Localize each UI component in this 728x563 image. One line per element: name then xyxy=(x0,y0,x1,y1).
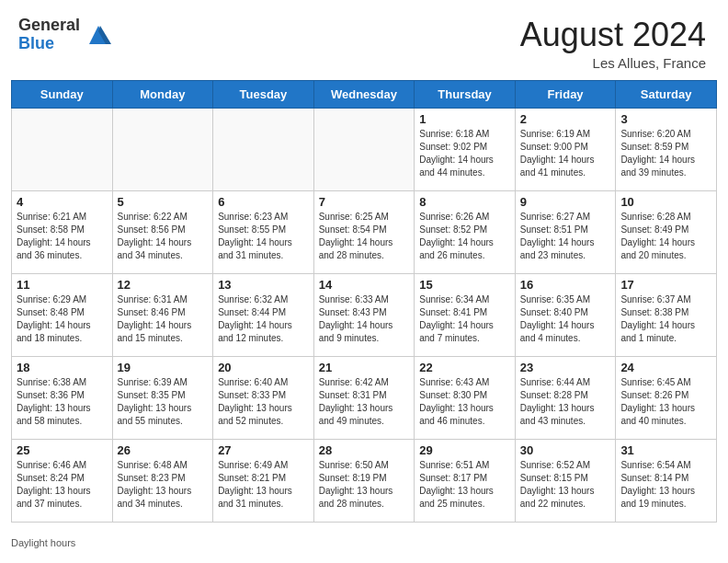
footer: Daylight hours xyxy=(0,534,728,554)
day-header-wednesday: Wednesday xyxy=(313,80,415,108)
day-header-saturday: Saturday xyxy=(616,80,717,108)
week-row-3: 11Sunrise: 6:29 AMSunset: 8:48 PMDayligh… xyxy=(12,273,717,356)
day-cell-16: 16Sunrise: 6:35 AMSunset: 8:40 PMDayligh… xyxy=(515,273,616,356)
day-cell-23: 23Sunrise: 6:44 AMSunset: 8:28 PMDayligh… xyxy=(515,356,616,439)
day-number: 9 xyxy=(520,195,611,209)
day-cell-15: 15Sunrise: 6:34 AMSunset: 8:41 PMDayligh… xyxy=(415,273,516,356)
day-cell-22: 22Sunrise: 6:43 AMSunset: 8:30 PMDayligh… xyxy=(415,356,516,439)
day-cell-27: 27Sunrise: 6:49 AMSunset: 8:21 PMDayligh… xyxy=(213,439,314,522)
week-row-1: 1Sunrise: 6:18 AMSunset: 9:02 PMDaylight… xyxy=(12,108,717,190)
day-number: 25 xyxy=(17,443,108,457)
day-info: Sunrise: 6:40 AMSunset: 8:33 PMDaylight:… xyxy=(218,376,309,428)
day-info: Sunrise: 6:25 AMSunset: 8:54 PMDaylight:… xyxy=(319,211,410,262)
day-number: 20 xyxy=(218,361,309,374)
day-info: Sunrise: 6:35 AMSunset: 8:40 PMDaylight:… xyxy=(520,293,611,345)
logo-icon xyxy=(85,22,111,48)
day-cell-3: 3Sunrise: 6:20 AMSunset: 8:59 PMDaylight… xyxy=(616,108,717,190)
day-info: Sunrise: 6:26 AMSunset: 8:52 PMDaylight:… xyxy=(419,211,510,262)
day-number: 16 xyxy=(520,278,611,292)
day-header-friday: Friday xyxy=(515,80,616,108)
calendar-container: SundayMondayTuesdayWednesdayThursdayFrid… xyxy=(0,80,728,534)
day-cell-17: 17Sunrise: 6:37 AMSunset: 8:38 PMDayligh… xyxy=(616,273,717,356)
day-cell-empty-2 xyxy=(213,108,314,190)
day-info: Sunrise: 6:44 AMSunset: 8:28 PMDaylight:… xyxy=(520,376,611,428)
day-cell-10: 10Sunrise: 6:28 AMSunset: 8:49 PMDayligh… xyxy=(616,190,717,273)
day-number: 2 xyxy=(520,112,611,126)
week-row-2: 4Sunrise: 6:21 AMSunset: 8:58 PMDaylight… xyxy=(12,190,717,273)
day-info: Sunrise: 6:54 AMSunset: 8:14 PMDaylight:… xyxy=(620,459,711,511)
day-cell-12: 12Sunrise: 6:31 AMSunset: 8:46 PMDayligh… xyxy=(112,273,213,356)
day-cell-9: 9Sunrise: 6:27 AMSunset: 8:51 PMDaylight… xyxy=(515,190,616,273)
day-number: 21 xyxy=(319,361,410,374)
day-cell-30: 30Sunrise: 6:52 AMSunset: 8:15 PMDayligh… xyxy=(515,439,616,522)
day-cell-8: 8Sunrise: 6:26 AMSunset: 8:52 PMDaylight… xyxy=(415,190,516,273)
day-cell-19: 19Sunrise: 6:39 AMSunset: 8:35 PMDayligh… xyxy=(112,356,213,439)
day-cell-11: 11Sunrise: 6:29 AMSunset: 8:48 PMDayligh… xyxy=(12,273,113,356)
day-cell-empty-0 xyxy=(12,108,113,190)
day-info: Sunrise: 6:49 AMSunset: 8:21 PMDaylight:… xyxy=(218,459,309,511)
day-header-thursday: Thursday xyxy=(415,80,516,108)
day-info: Sunrise: 6:52 AMSunset: 8:15 PMDaylight:… xyxy=(520,459,611,511)
day-number: 12 xyxy=(118,278,209,292)
day-info: Sunrise: 6:29 AMSunset: 8:48 PMDaylight:… xyxy=(17,293,108,345)
day-number: 14 xyxy=(319,278,410,292)
day-info: Sunrise: 6:20 AMSunset: 8:59 PMDaylight:… xyxy=(620,128,711,179)
day-cell-1: 1Sunrise: 6:18 AMSunset: 9:02 PMDaylight… xyxy=(415,108,516,190)
day-info: Sunrise: 6:51 AMSunset: 8:17 PMDaylight:… xyxy=(419,459,510,511)
day-number: 6 xyxy=(218,195,309,209)
day-number: 17 xyxy=(620,278,711,292)
day-cell-28: 28Sunrise: 6:50 AMSunset: 8:19 PMDayligh… xyxy=(313,439,415,522)
day-number: 4 xyxy=(17,195,108,209)
day-cell-24: 24Sunrise: 6:45 AMSunset: 8:26 PMDayligh… xyxy=(616,356,717,439)
day-number: 7 xyxy=(319,195,410,209)
day-info: Sunrise: 6:48 AMSunset: 8:23 PMDaylight:… xyxy=(118,459,209,511)
day-number: 22 xyxy=(419,361,510,374)
logo-blue: Blue xyxy=(18,35,80,53)
day-number: 1 xyxy=(419,112,510,126)
day-cell-14: 14Sunrise: 6:33 AMSunset: 8:43 PMDayligh… xyxy=(313,273,415,356)
day-info: Sunrise: 6:38 AMSunset: 8:36 PMDaylight:… xyxy=(17,376,108,428)
day-number: 10 xyxy=(620,195,711,209)
day-cell-13: 13Sunrise: 6:32 AMSunset: 8:44 PMDayligh… xyxy=(213,273,314,356)
day-cell-20: 20Sunrise: 6:40 AMSunset: 8:33 PMDayligh… xyxy=(213,356,314,439)
week-row-5: 25Sunrise: 6:46 AMSunset: 8:24 PMDayligh… xyxy=(12,439,717,522)
day-number: 3 xyxy=(620,112,711,126)
day-info: Sunrise: 6:22 AMSunset: 8:56 PMDaylight:… xyxy=(118,211,209,262)
day-cell-5: 5Sunrise: 6:22 AMSunset: 8:56 PMDaylight… xyxy=(112,190,213,273)
day-info: Sunrise: 6:27 AMSunset: 8:51 PMDaylight:… xyxy=(520,211,611,262)
day-cell-4: 4Sunrise: 6:21 AMSunset: 8:58 PMDaylight… xyxy=(12,190,113,273)
day-info: Sunrise: 6:19 AMSunset: 9:00 PMDaylight:… xyxy=(520,128,611,179)
day-cell-18: 18Sunrise: 6:38 AMSunset: 8:36 PMDayligh… xyxy=(12,356,113,439)
logo-general: General xyxy=(18,17,80,35)
location: Les Allues, France xyxy=(520,55,706,71)
day-info: Sunrise: 6:18 AMSunset: 9:02 PMDaylight:… xyxy=(419,128,510,179)
day-number: 27 xyxy=(218,443,309,457)
logo: General Blue xyxy=(18,17,111,53)
title-block: August 2024 Les Allues, France xyxy=(520,17,706,71)
day-number: 11 xyxy=(17,278,108,292)
day-number: 29 xyxy=(419,443,510,457)
day-number: 13 xyxy=(218,278,309,292)
day-header-sunday: Sunday xyxy=(12,80,113,108)
day-info: Sunrise: 6:28 AMSunset: 8:49 PMDaylight:… xyxy=(620,211,711,262)
day-info: Sunrise: 6:45 AMSunset: 8:26 PMDaylight:… xyxy=(620,376,711,428)
header: General Blue August 2024 Les Allues, Fra… xyxy=(0,0,728,80)
day-number: 15 xyxy=(419,278,510,292)
day-info: Sunrise: 6:34 AMSunset: 8:41 PMDaylight:… xyxy=(419,293,510,345)
daylight-label: Daylight hours xyxy=(11,537,75,548)
day-cell-26: 26Sunrise: 6:48 AMSunset: 8:23 PMDayligh… xyxy=(112,439,213,522)
day-info: Sunrise: 6:31 AMSunset: 8:46 PMDaylight:… xyxy=(118,293,209,345)
day-cell-25: 25Sunrise: 6:46 AMSunset: 8:24 PMDayligh… xyxy=(12,439,113,522)
day-info: Sunrise: 6:32 AMSunset: 8:44 PMDaylight:… xyxy=(218,293,309,345)
day-cell-29: 29Sunrise: 6:51 AMSunset: 8:17 PMDayligh… xyxy=(415,439,516,522)
day-info: Sunrise: 6:37 AMSunset: 8:38 PMDaylight:… xyxy=(620,293,711,345)
day-number: 23 xyxy=(520,361,611,374)
day-header-tuesday: Tuesday xyxy=(213,80,314,108)
day-cell-7: 7Sunrise: 6:25 AMSunset: 8:54 PMDaylight… xyxy=(313,190,415,273)
day-number: 24 xyxy=(620,361,711,374)
day-info: Sunrise: 6:43 AMSunset: 8:30 PMDaylight:… xyxy=(419,376,510,428)
day-info: Sunrise: 6:39 AMSunset: 8:35 PMDaylight:… xyxy=(118,376,209,428)
day-info: Sunrise: 6:42 AMSunset: 8:31 PMDaylight:… xyxy=(319,376,410,428)
calendar-table: SundayMondayTuesdayWednesdayThursdayFrid… xyxy=(11,80,717,523)
day-header-row: SundayMondayTuesdayWednesdayThursdayFrid… xyxy=(12,80,717,108)
